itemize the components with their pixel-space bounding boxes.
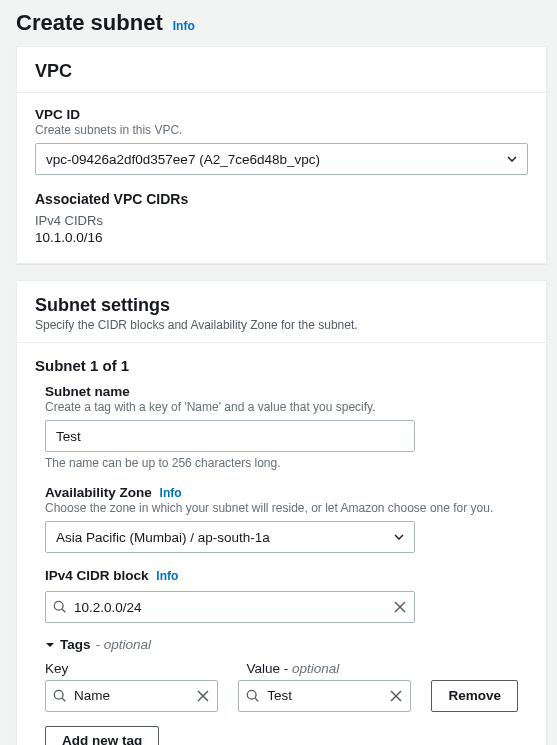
svg-point-0 <box>54 601 63 610</box>
cidr-input[interactable] <box>45 591 415 623</box>
chevron-down-icon <box>507 154 517 164</box>
vpc-id-help: Create subnets in this VPC. <box>35 123 528 137</box>
svg-line-5 <box>62 698 65 701</box>
vpc-panel: VPC VPC ID Create subnets in this VPC. v… <box>16 46 547 264</box>
search-icon <box>53 689 67 703</box>
az-label: Availability Zone <box>45 485 152 500</box>
az-help: Choose the zone in which your subnet wil… <box>45 501 518 515</box>
ipv4-cidrs-value: 10.1.0.0/16 <box>35 230 528 245</box>
tag-value-col-label: Value - optional <box>247 661 429 676</box>
clear-icon[interactable] <box>389 689 403 703</box>
subnet-name-help: Create a tag with a key of 'Name' and a … <box>45 400 518 414</box>
tags-optional: - optional <box>96 637 152 652</box>
svg-point-8 <box>248 690 257 699</box>
ipv4-cidrs-label: IPv4 CIDRs <box>35 213 528 228</box>
subnet-settings-sub: Specify the CIDR blocks and Availability… <box>35 318 528 332</box>
tag-row: Remove <box>45 680 518 712</box>
caret-down-icon <box>45 640 55 650</box>
subnet-name-input[interactable] <box>45 420 415 452</box>
search-icon <box>246 689 260 703</box>
page-title: Create subnet <box>16 10 163 36</box>
cidr-label: IPv4 CIDR block <box>45 568 149 583</box>
tags-toggle[interactable]: Tags - optional <box>45 637 151 652</box>
vpc-id-select[interactable]: vpc-09426a2df0d357ee7 (A2_7ce6d48b_vpc) <box>35 143 528 175</box>
vpc-id-label: VPC ID <box>35 107 528 122</box>
tag-key-col-label: Key <box>45 661 227 676</box>
vpc-heading: VPC <box>35 61 528 82</box>
add-tag-button[interactable]: Add new tag <box>45 726 159 746</box>
subnet-settings-heading: Subnet settings <box>35 295 528 316</box>
subnet-settings-panel: Subnet settings Specify the CIDR blocks … <box>16 280 547 745</box>
clear-icon[interactable] <box>196 689 210 703</box>
subnet-name-hint: The name can be up to 256 characters lon… <box>45 456 518 470</box>
tags-label: Tags <box>60 637 91 652</box>
vpc-id-value: vpc-09426a2df0d357ee7 (A2_7ce6d48b_vpc) <box>46 152 320 167</box>
remove-tag-button[interactable]: Remove <box>431 680 518 712</box>
az-value: Asia Pacific (Mumbai) / ap-south-1a <box>56 530 270 545</box>
subnet-index-heading: Subnet 1 of 1 <box>35 357 528 374</box>
svg-line-9 <box>255 698 258 701</box>
clear-icon[interactable] <box>393 600 407 614</box>
tag-value-input[interactable] <box>238 680 411 712</box>
chevron-down-icon <box>394 532 404 542</box>
page-info-link[interactable]: Info <box>173 19 195 33</box>
svg-point-4 <box>54 690 63 699</box>
subnet-name-label: Subnet name <box>45 384 518 399</box>
search-icon <box>53 600 67 614</box>
az-select[interactable]: Asia Pacific (Mumbai) / ap-south-1a <box>45 521 415 553</box>
cidr-info-link[interactable]: Info <box>156 569 178 583</box>
assoc-cidrs-heading: Associated VPC CIDRs <box>35 191 528 207</box>
tag-key-input[interactable] <box>45 680 218 712</box>
svg-line-1 <box>62 609 65 612</box>
az-info-link[interactable]: Info <box>160 486 182 500</box>
